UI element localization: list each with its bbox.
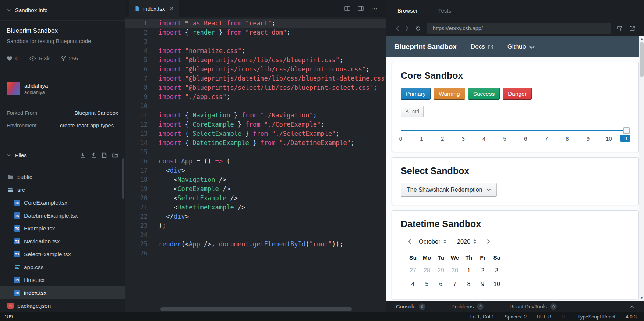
close-tab-icon[interactable]: ×: [170, 5, 173, 12]
file-item-app-css[interactable]: app.css: [0, 261, 125, 274]
day-cell-8[interactable]: 8: [462, 277, 476, 291]
code-line-3[interactable]: 3: [125, 37, 386, 46]
warning-button[interactable]: Warning: [434, 88, 465, 100]
month-select[interactable]: October: [419, 238, 447, 245]
forked-from-link[interactable]: Blueprint Sandbox: [75, 110, 118, 116]
status-item-utf-8[interactable]: UTF-8: [537, 314, 551, 320]
file-item-films-tsx[interactable]: TSfilms.tsx: [0, 274, 125, 286]
upload-sandbox-icon[interactable]: [91, 152, 96, 158]
code-line-26[interactable]: 26: [125, 249, 386, 258]
code-line-16[interactable]: 16const App = () => (: [125, 157, 386, 166]
status-item-4-0-3[interactable]: 4.0.3: [626, 314, 637, 320]
scrollbar-thumb[interactable]: [160, 307, 352, 311]
day-cell-27[interactable]: 27: [406, 264, 420, 277]
code-area[interactable]: 1import * as React from "react";2import …: [125, 17, 386, 312]
split-horizontal-icon[interactable]: [358, 6, 364, 11]
code-line-4[interactable]: 4import "normalize.css";: [125, 46, 386, 56]
file-item-index-tsx[interactable]: TSindex.tsx: [0, 286, 125, 299]
day-cell-10[interactable]: 10: [490, 277, 504, 291]
editor-horizontal-scrollbar[interactable]: [125, 307, 386, 311]
code-line-24[interactable]: 24: [125, 230, 386, 240]
back-icon[interactable]: [395, 25, 399, 31]
code-line-20[interactable]: 20 <SelectExample />: [125, 194, 386, 203]
code-line-8[interactable]: 8import "@blueprintjs/select/lib/css/blu…: [125, 83, 386, 92]
code-line-23[interactable]: 23);: [125, 221, 386, 230]
file-item-selectexample-tsx[interactable]: TSSelectExample.tsx: [0, 248, 125, 261]
day-cell-4[interactable]: 4: [406, 277, 420, 291]
avatar[interactable]: [7, 82, 20, 95]
code-line-1[interactable]: 1import * as React from "react";: [125, 19, 386, 28]
forward-icon[interactable]: [405, 25, 409, 31]
code-line-22[interactable]: 22 </div>: [125, 212, 386, 221]
download-sandbox-icon[interactable]: [80, 152, 85, 158]
status-item-lf[interactable]: LF: [561, 314, 567, 320]
previous-month-icon[interactable]: [406, 239, 414, 244]
day-cell-7[interactable]: 7: [448, 277, 462, 291]
day-cell-2[interactable]: 2: [476, 264, 490, 277]
console-tab-console[interactable]: Console0: [396, 303, 425, 310]
open-in-new-window-icon[interactable]: [629, 25, 635, 31]
preview-scrollbar[interactable]: ▲ ▼: [639, 36, 644, 301]
code-line-17[interactable]: 17 <div>: [125, 166, 386, 175]
scrollbar-thumb[interactable]: [640, 42, 644, 77]
code-line-11[interactable]: 11import { Navigation } from "./Navigati…: [125, 111, 386, 120]
expand-console-icon[interactable]: [630, 305, 634, 308]
sidebar-scrollbar[interactable]: [122, 158, 124, 199]
likes-stat[interactable]: 0: [7, 55, 18, 61]
author-row[interactable]: adidahiya adidahiya: [7, 82, 118, 95]
code-line-5[interactable]: 5import "@blueprintjs/core/lib/css/bluep…: [125, 56, 386, 65]
forks-stat[interactable]: 255: [61, 55, 78, 61]
day-cell-6[interactable]: 6: [434, 277, 448, 291]
day-cell-1[interactable]: 1: [462, 264, 476, 277]
code-line-7[interactable]: 7import "@blueprintjs/datetime/lib/css/b…: [125, 74, 386, 83]
refresh-icon[interactable]: [415, 25, 421, 31]
year-select[interactable]: 2020: [457, 238, 477, 245]
code-line-13[interactable]: 13import { SelectExample } from "./Selec…: [125, 129, 386, 138]
console-tab-problems[interactable]: Problems0: [451, 303, 484, 310]
file-item-datetimeexample-tsx[interactable]: TSDatetimeExample.tsx: [0, 209, 125, 222]
sandbox-info-header[interactable]: Sandbox Info: [0, 0, 125, 21]
code-line-9[interactable]: 9import "./app.css";: [125, 92, 386, 102]
code-line-14[interactable]: 14import { DatetimeExample } from "./Dat…: [125, 138, 386, 148]
docs-link[interactable]: Docs: [471, 43, 493, 50]
file-item-navigation-tsx[interactable]: TSNavigation.tsx: [0, 235, 125, 248]
status-item-ln-1-col-1[interactable]: Ln 1, Col 1: [470, 314, 494, 320]
url-input[interactable]: [427, 23, 611, 34]
day-cell-9[interactable]: 9: [476, 277, 490, 291]
danger-button[interactable]: Danger: [503, 88, 532, 100]
files-section-header[interactable]: Files: [0, 147, 125, 163]
split-vertical-icon[interactable]: [344, 6, 350, 11]
new-file-icon[interactable]: [102, 152, 107, 158]
responsive-mode-icon[interactable]: [617, 25, 623, 31]
file-item-example-tsx[interactable]: TSExample.tsx: [0, 222, 125, 235]
day-cell-29[interactable]: 29: [434, 264, 448, 277]
file-item-coreexample-tsx[interactable]: TSCoreExample.tsx: [0, 196, 125, 209]
code-line-25[interactable]: 25render(<App />, document.getElementByI…: [125, 240, 386, 249]
code-line-21[interactable]: 21 <DatetimeExample />: [125, 203, 386, 212]
day-cell-30[interactable]: 30: [448, 264, 462, 277]
more-options-icon[interactable]: ⋯: [371, 4, 378, 13]
console-tab-react-devtools[interactable]: React DevTools0: [509, 303, 557, 310]
day-cell-3[interactable]: 3: [490, 264, 504, 277]
tab-browser[interactable]: Browser: [397, 7, 418, 14]
movie-select-button[interactable]: The Shawshank Redemption: [401, 183, 497, 197]
code-line-19[interactable]: 19 <CoreExample />: [125, 184, 386, 194]
success-button[interactable]: Success: [468, 88, 500, 100]
scroll-down-icon[interactable]: ▼: [639, 296, 644, 300]
code-line-18[interactable]: 18 <Navigation />: [125, 175, 386, 184]
code-line-12[interactable]: 12import { CoreExample } from "./CoreExa…: [125, 120, 386, 129]
primary-button[interactable]: Primary: [401, 88, 431, 100]
tab-index-tsx[interactable]: index.tsx ×: [129, 0, 179, 17]
new-folder-icon[interactable]: [112, 153, 118, 158]
file-item-src[interactable]: src: [0, 183, 125, 196]
day-cell-28[interactable]: 28: [420, 264, 434, 277]
slider-handle[interactable]: [623, 127, 630, 134]
code-line-10[interactable]: 10: [125, 102, 386, 111]
next-month-icon[interactable]: [485, 239, 492, 244]
status-item-spaces-2[interactable]: Spaces: 2: [505, 314, 527, 320]
tab-tests[interactable]: Tests: [438, 7, 451, 14]
file-item-public[interactable]: public: [0, 170, 125, 183]
code-line-15[interactable]: 15: [125, 148, 386, 157]
code-line-6[interactable]: 6import "@blueprintjs/icons/lib/css/blue…: [125, 65, 386, 74]
day-cell-5[interactable]: 5: [420, 277, 434, 291]
